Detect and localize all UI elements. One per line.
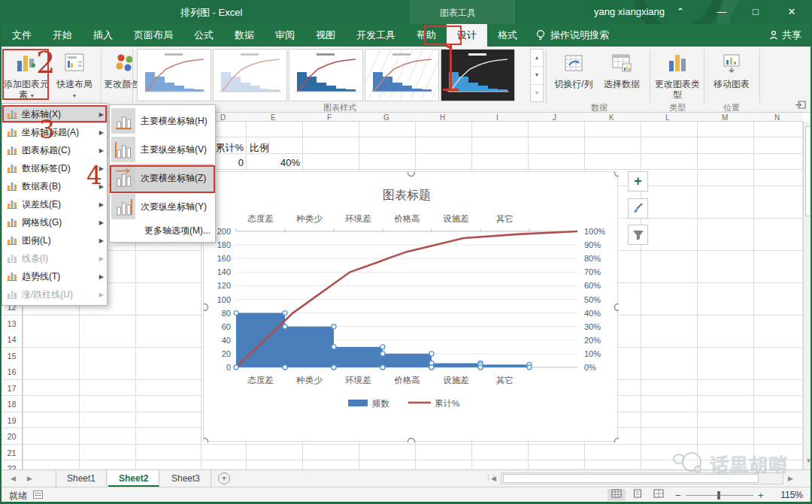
close-button[interactable]: ✕ [777,0,807,24]
ribbon-tab-5[interactable]: 公式 [183,24,224,47]
quick-layout-button[interactable]: 快速布局▾ [51,49,98,107]
ribbon-tab-12[interactable]: 格式 [487,24,528,47]
sheet-tab-sheet2[interactable]: Sheet2 [108,470,159,487]
funnel-icon [632,228,645,242]
chart-style-thumb-style-black[interactable] [441,49,515,101]
pareto-chart[interactable]: 200180160140120100806040200100%90%80%70%… [203,171,618,442]
zoom-in-button[interactable]: + [758,490,764,501]
vertical-scroll-thumb[interactable] [805,126,812,216]
ribbon-tab-10[interactable]: 帮助 [406,24,447,47]
row-header-13[interactable]: 13 [2,319,22,328]
row-header-18[interactable]: 18 [2,400,22,409]
view-page-layout-button[interactable] [629,489,647,501]
column-header-L[interactable]: L [665,113,670,122]
sheet-tab-sheet3[interactable]: Sheet3 [161,470,211,487]
share-button[interactable]: 共享 [769,24,801,47]
submenu-item-1[interactable]: 主要横坐标轴(H) [111,107,214,135]
row-header-15[interactable]: 15 [2,352,22,361]
menu-item-10[interactable]: 趋势线(T) ▶ [2,267,107,285]
maximize-button[interactable]: □ [741,0,771,24]
more-axis-options-item[interactable]: 更多轴选项(M)... [111,221,214,240]
menu-item-3[interactable]: 图表标题(C) ▶ [2,141,107,159]
sheet-tab-sheet1[interactable]: Sheet1 [56,470,107,487]
svg-text:其它: 其它 [496,214,514,223]
gallery-more-icon[interactable]: ▿ [531,85,543,101]
horizontal-scroll-thumb[interactable] [503,474,759,483]
select-data-button[interactable]: 选择数据 [598,49,645,107]
chart-elements-button[interactable]: + [628,171,648,192]
menu-item-4[interactable]: 数据标签(D) ▶ [2,159,107,177]
column-header-J[interactable]: J [553,113,556,122]
zoom-level[interactable]: 115% [780,490,803,500]
ribbon-tab-1[interactable]: 文件 [2,24,42,47]
switch-row-column-button[interactable]: 切换行/列 [550,49,597,107]
menu-item-2[interactable]: 坐标轴标题(A) ▶ [2,123,107,141]
row-header-19[interactable]: 19 [2,416,22,425]
minimize-button[interactable]: — [707,0,737,24]
svg-text:180: 180 [217,240,231,249]
horizontal-scrollbar[interactable]: ◀ ▶ [501,472,783,484]
column-header-D[interactable]: D [220,113,226,122]
column-header-I[interactable]: I [496,113,498,122]
collapse-ribbon-icon[interactable] [795,101,806,111]
tell-me-search[interactable]: 操作说明搜索 [528,24,617,47]
submenu-item-3[interactable]: 次要横坐标轴(Z) [111,164,214,192]
zoom-slider-thumb[interactable] [717,491,720,499]
ribbon-tab-8[interactable]: 视图 [305,24,346,47]
chart-style-thumb-style-pale[interactable] [213,49,287,101]
row-header-16[interactable]: 16 [2,367,22,376]
menu-item-8[interactable]: 图例(L) ▶ [2,231,107,249]
sheet-nav-right-icon[interactable]: ▶ [27,470,32,487]
scroll-left-icon[interactable]: ◀ [491,475,496,482]
ribbon-tab-11[interactable]: 设计 [447,24,487,47]
submenu-item-4[interactable]: 次要纵坐标轴(Y) [111,192,214,221]
submenu-item-2[interactable]: 主要纵坐标轴(V) [111,135,214,164]
column-header-N[interactable]: N [774,113,780,122]
column-header-G[interactable]: G [383,113,389,122]
svg-text:140: 140 [217,267,231,276]
vertical-scrollbar[interactable]: ▼ [803,122,812,469]
new-sheet-button[interactable]: + [218,472,230,484]
view-normal-button[interactable] [607,489,626,501]
chart-style-thumb-style-hatched[interactable] [365,49,439,101]
menu-item-6[interactable]: 误差线(E) ▶ [2,195,107,213]
sheet-nav-left-icon[interactable]: ◀ [11,470,16,487]
scroll-right-icon[interactable]: ▶ [788,475,793,482]
row-header-20[interactable]: 20 [2,432,22,441]
chart-style-thumb-style-normal[interactable] [137,49,211,101]
cell-ratio-header[interactable]: 比例 [250,141,269,155]
zoom-out-button[interactable]: − [675,490,681,501]
menu-item-5[interactable]: 数据表(B) ▶ [2,177,107,195]
chart-styles-gallery [137,49,515,103]
ribbon-tab-3[interactable]: 插入 [83,24,123,47]
ribbon-tab-6[interactable]: 数据 [224,24,265,47]
ribbon-tab-2[interactable]: 开始 [42,24,83,47]
ribbon-tab-4[interactable]: 页面布局 [123,24,183,47]
cell-ratio-value[interactable]: 40% [244,157,300,168]
gallery-up-icon[interactable]: ▴ [531,50,543,67]
chart-style-button[interactable] [628,198,648,219]
ribbon-tab-9[interactable]: 开发工具 [346,24,406,47]
view-page-break-button[interactable] [650,489,668,501]
menu-item-7[interactable]: 网格线(G) ▶ [2,213,107,231]
add-chart-element-button[interactable]: 添加图表元素 ▾ [3,49,50,107]
scroll-down-icon[interactable]: ▼ [804,454,812,468]
column-header-K[interactable]: K [609,113,614,122]
move-chart-button[interactable]: 移动图表 [708,49,755,107]
chart-style-thumb-style-dark-blue[interactable] [289,49,363,101]
gallery-down-icon[interactable]: ▾ [531,67,543,84]
column-header-H[interactable]: H [440,113,445,122]
ribbon-tab-7[interactable]: 审阅 [265,24,305,47]
change-chart-type-button[interactable]: 更改图表类型 [654,49,701,107]
row-header-21[interactable]: 21 [2,448,22,457]
ribbon-display-options-icon[interactable]: ⌃ [665,0,695,24]
column-header-E[interactable]: E [271,113,276,122]
column-header-F[interactable]: F [327,113,332,122]
row-header-14[interactable]: 14 [2,335,22,344]
column-header-M[interactable]: M [722,113,728,122]
macro-record-icon[interactable] [33,490,43,499]
menu-item-1[interactable]: 坐标轴(X) ▶ [2,105,107,123]
chart-filters-button[interactable] [628,225,648,245]
row-header-17[interactable]: 17 [2,384,22,393]
gallery-scrollbar[interactable]: ▴ ▾ ▿ [530,49,544,102]
